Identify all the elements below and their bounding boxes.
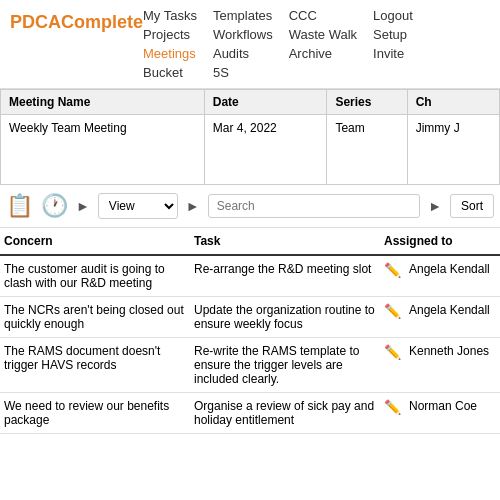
nav-col-3: CCC Waste Walk Archive <box>289 8 357 80</box>
edit-icon[interactable]: ✏️ <box>384 262 401 278</box>
nav-workflows[interactable]: Workflows <box>213 27 273 42</box>
nav: My Tasks Projects Meetings Bucket Templa… <box>143 8 490 80</box>
nav-archive[interactable]: Archive <box>289 46 357 61</box>
assigned-cell-wrap: ✏️ Angela Kendall <box>380 255 500 297</box>
assigned-cell-wrap: ✏️ Kenneth Jones <box>380 338 500 393</box>
sort-button[interactable]: Sort <box>450 194 494 218</box>
nav-logout[interactable]: Logout <box>373 8 413 23</box>
th-task: Task <box>190 228 380 255</box>
meeting-name-cell: Weekly Team Meeting <box>1 115 205 185</box>
task-cell: Re-arrange the R&D meeting slot <box>190 255 380 297</box>
logo: PDCAComplete <box>10 8 143 33</box>
nav-invite[interactable]: Invite <box>373 46 413 61</box>
th-assigned: Assigned to <box>380 228 500 255</box>
meeting-date-cell: Mar 4, 2022 <box>204 115 327 185</box>
concern-cell: The NCRs aren't being closed out quickly… <box>0 297 190 338</box>
nav-bucket[interactable]: Bucket <box>143 65 197 80</box>
concern-cell: The RAMS document doesn't trigger HAVS r… <box>0 338 190 393</box>
nav-col-4: Logout Setup Invite <box>373 8 413 80</box>
col-date: Date <box>204 90 327 115</box>
search-input[interactable] <box>208 194 420 218</box>
nav-col-2: Templates Workflows Audits 5S <box>213 8 273 80</box>
col-series: Series <box>327 90 407 115</box>
play-btn-view[interactable]: ► <box>76 198 90 214</box>
meeting-table: Meeting Name Date Series Ch Weekly Team … <box>0 89 500 185</box>
task-cell: Re-write the RAMS template to ensure the… <box>190 338 380 393</box>
assigned-cell-wrap: ✏️ Angela Kendall <box>380 297 500 338</box>
assigned-name: Angela Kendall <box>409 262 490 276</box>
task-cell: Update the organization routine to ensur… <box>190 297 380 338</box>
edit-icon[interactable]: ✏️ <box>384 303 401 319</box>
logo-text-start: PDCA <box>10 12 61 32</box>
clock-icon[interactable]: 🕐 <box>41 193 68 219</box>
col-meeting-name: Meeting Name <box>1 90 205 115</box>
meeting-series-cell: Team <box>327 115 407 185</box>
assigned-name: Kenneth Jones <box>409 344 489 358</box>
toolbar: 📋 🕐 ► View All Active Closed ► ► Sort <box>0 185 500 228</box>
view-select[interactable]: View All Active Closed <box>98 193 178 219</box>
concern-cell: The customer audit is going to clash wit… <box>0 255 190 297</box>
task-cell: Organise a review of sick pay and holida… <box>190 393 380 434</box>
nav-projects[interactable]: Projects <box>143 27 197 42</box>
task-row: The customer audit is going to clash wit… <box>0 255 500 297</box>
task-row: The RAMS document doesn't trigger HAVS r… <box>0 338 500 393</box>
nav-my-tasks[interactable]: My Tasks <box>143 8 197 23</box>
edit-icon[interactable]: ✏️ <box>384 344 401 360</box>
nav-audits[interactable]: Audits <box>213 46 273 61</box>
nav-templates[interactable]: Templates <box>213 8 273 23</box>
header: PDCAComplete My Tasks Projects Meetings … <box>0 0 500 89</box>
meeting-ch-cell: Jimmy J <box>407 115 499 185</box>
edit-icon[interactable]: ✏️ <box>384 399 401 415</box>
th-concern: Concern <box>0 228 190 255</box>
nav-col-1: My Tasks Projects Meetings Bucket <box>143 8 197 80</box>
task-row: The NCRs aren't being closed out quickly… <box>0 297 500 338</box>
nav-setup[interactable]: Setup <box>373 27 413 42</box>
tasks-table: Concern Task Assigned to The customer au… <box>0 228 500 434</box>
play-btn-search[interactable]: ► <box>186 198 200 214</box>
meeting-row[interactable]: Weekly Team Meeting Mar 4, 2022 Team Jim… <box>1 115 500 185</box>
assigned-name: Angela Kendall <box>409 303 490 317</box>
task-row: We need to review our benefits package O… <box>0 393 500 434</box>
clipboard-icon[interactable]: 📋 <box>6 193 33 219</box>
logo-text-end: Complete <box>61 12 143 32</box>
col-ch: Ch <box>407 90 499 115</box>
assigned-cell-wrap: ✏️ Norman Coe <box>380 393 500 434</box>
nav-waste-walk[interactable]: Waste Walk <box>289 27 357 42</box>
nav-ccc[interactable]: CCC <box>289 8 357 23</box>
concern-cell: We need to review our benefits package <box>0 393 190 434</box>
play-btn-sort[interactable]: ► <box>428 198 442 214</box>
assigned-name: Norman Coe <box>409 399 477 413</box>
nav-5s[interactable]: 5S <box>213 65 273 80</box>
nav-meetings[interactable]: Meetings <box>143 46 197 61</box>
